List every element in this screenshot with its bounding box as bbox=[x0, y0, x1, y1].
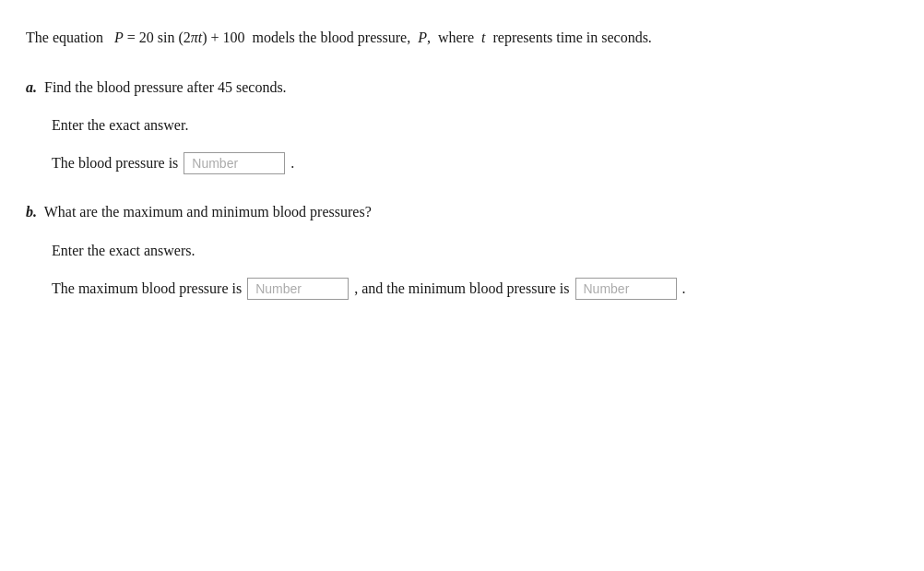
intro-text-end: represents time in seconds. bbox=[492, 30, 651, 45]
part-a-instruction: Enter the exact answer. bbox=[52, 117, 880, 134]
part-b-question-text: What are the maximum and minimum blood p… bbox=[44, 204, 372, 220]
part-b-max-input[interactable] bbox=[247, 278, 349, 300]
intro-where: where bbox=[438, 30, 474, 45]
intro-text-before: The equation bbox=[26, 30, 103, 45]
part-a-label: a. bbox=[26, 79, 37, 95]
intro-text-after: models the blood pressure, bbox=[253, 30, 411, 45]
part-a-number-input[interactable] bbox=[184, 152, 285, 174]
part-a-question-text: Find the blood pressure after 45 seconds… bbox=[44, 79, 287, 95]
part-b-label: b. bbox=[26, 204, 37, 220]
part-a-answer-suffix: . bbox=[290, 155, 294, 172]
part-b-answer-middle: , and the minimum blood pressure is bbox=[354, 280, 569, 297]
intro-t-var: t bbox=[481, 30, 485, 45]
part-b-min-input[interactable] bbox=[575, 278, 677, 300]
intro-paragraph: The equation P = 20 sin (2πt) + 100 mode… bbox=[26, 26, 880, 50]
part-a-question: a. Find the blood pressure after 45 seco… bbox=[26, 76, 880, 100]
part-a-answer-prefix: The blood pressure is bbox=[52, 155, 178, 172]
part-a-section: a. Find the blood pressure after 45 seco… bbox=[26, 76, 880, 175]
part-b-section: b. What are the maximum and minimum bloo… bbox=[26, 200, 880, 300]
part-a-answer-line: The blood pressure is . bbox=[52, 152, 880, 174]
part-b-answer-prefix: The maximum blood pressure is bbox=[52, 280, 242, 297]
part-b-question: b. What are the maximum and minimum bloo… bbox=[26, 200, 880, 224]
part-b-instruction: Enter the exact answers. bbox=[52, 243, 880, 259]
intro-equation: P = 20 sin (2πt) + 100 bbox=[111, 30, 249, 45]
part-b-answer-suffix: . bbox=[682, 280, 686, 297]
part-b-answer-line: The maximum blood pressure is , and the … bbox=[52, 278, 880, 300]
intro-P-var: P, bbox=[418, 30, 431, 45]
